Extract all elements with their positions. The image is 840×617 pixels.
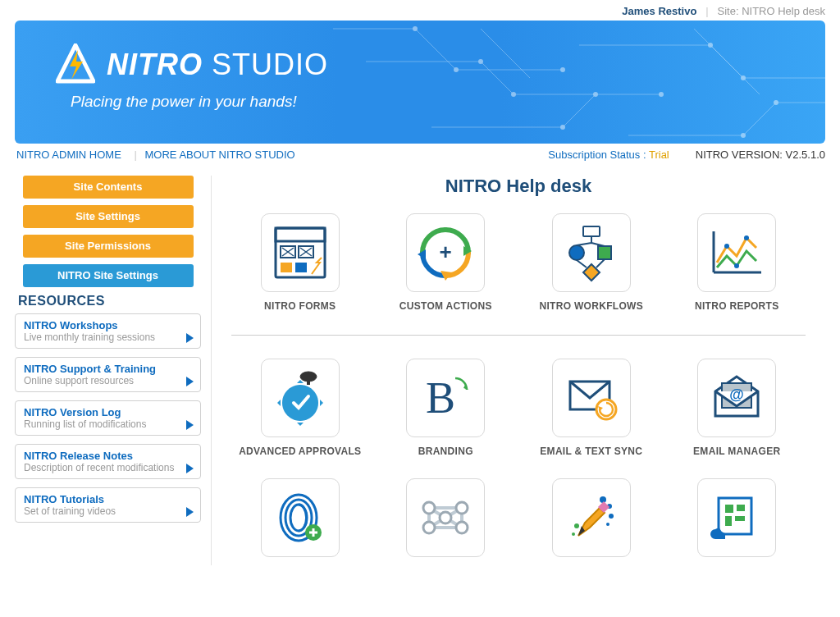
blueprint-icon <box>697 478 776 557</box>
tile-label: ADVANCED APPROVALS <box>239 446 361 457</box>
svg-point-23 <box>744 235 749 240</box>
resource-desc: Running list of modifications <box>24 418 192 430</box>
tile-nitro-workflows[interactable]: NITRO WORKFLOWS <box>540 213 643 312</box>
tile-label: EMAIL MANAGER <box>693 446 780 457</box>
resource-workshops[interactable]: NITRO Workshops Live monthly training se… <box>15 313 201 349</box>
svg-point-43 <box>609 514 614 519</box>
svg-rect-13 <box>276 228 325 241</box>
utility-row: NITRO ADMIN HOME | MORE ABOUT NITRO STUD… <box>0 144 840 176</box>
pencil-icon <box>552 478 631 557</box>
fingerprint-icon <box>261 478 340 557</box>
svg-rect-49 <box>737 505 745 511</box>
row-separator <box>231 335 806 336</box>
svg-point-41 <box>600 496 606 503</box>
tagline: Placing the power in your hands! <box>71 93 792 111</box>
svg-point-10 <box>741 133 746 138</box>
tile-email-manager[interactable]: @ EMAIL MANAGER <box>693 359 780 457</box>
subscription-label: Subscription Status : <box>548 149 646 161</box>
wordmark: NITRO STUDIO <box>107 48 328 82</box>
side-button-site-contents[interactable]: Site Contents <box>23 176 194 199</box>
svg-point-40 <box>440 512 451 523</box>
svg-point-38 <box>423 522 435 533</box>
nodes-icon <box>406 478 485 557</box>
tile-nitro-reports[interactable]: NITRO REPORTS <box>695 213 779 312</box>
branding-icon: B <box>406 359 485 437</box>
svg-rect-26 <box>307 377 310 385</box>
workflows-icon <box>552 213 631 292</box>
version-label: NITRO VERSION: <box>696 149 783 161</box>
svg-rect-48 <box>725 505 733 513</box>
svg-text:+: + <box>440 240 452 264</box>
svg-point-22 <box>724 244 729 249</box>
resource-title: NITRO Version Log <box>24 406 192 418</box>
version-info: NITRO VERSION: V2.5.1.0 <box>696 149 825 161</box>
resource-title: NITRO Tutorials <box>24 493 192 505</box>
tile-label: NITRO REPORTS <box>695 300 779 312</box>
top-bar-separator: | <box>700 5 714 17</box>
nitro-admin-home-link[interactable]: NITRO ADMIN HOME <box>16 149 121 161</box>
tile-label: EMAIL & TEXT SYNC <box>540 446 642 457</box>
play-icon <box>186 507 194 517</box>
tile-nitro-forms[interactable]: NITRO FORMS <box>261 213 340 312</box>
actions-icon: + <box>406 213 485 292</box>
reports-icon <box>697 213 776 292</box>
current-user-link[interactable]: James Restivo <box>622 5 696 17</box>
banner: NITRO STUDIO Placing the power in your h… <box>15 21 825 144</box>
site-name-value: NITRO Help desk <box>742 5 825 17</box>
wordmark-bold: NITRO <box>107 48 203 81</box>
svg-point-24 <box>734 263 739 268</box>
svg-point-6 <box>560 125 565 130</box>
site-label: Site: <box>717 5 738 17</box>
tile-advanced-approvals[interactable]: ADVANCED APPROVALS <box>239 359 361 457</box>
tile-label: CUSTOM ACTIONS <box>399 300 492 312</box>
resource-version-log[interactable]: NITRO Version Log Running list of modifi… <box>15 400 201 436</box>
tile-branding[interactable]: B BRANDING <box>406 359 485 457</box>
logo-row: NITRO STUDIO <box>56 43 792 86</box>
play-icon <box>186 420 194 430</box>
tile-label: BRANDING <box>406 446 485 457</box>
wordmark-rest: STUDIO <box>203 48 328 81</box>
svg-rect-17 <box>295 263 307 272</box>
svg-point-36 <box>423 502 435 514</box>
svg-rect-21 <box>598 246 611 259</box>
emailsync-icon <box>552 359 631 437</box>
nitro-logo-icon <box>56 43 95 86</box>
tile-custom-actions[interactable]: + CUSTOM ACTIONS <box>399 213 492 312</box>
play-icon <box>186 464 194 473</box>
resource-title: NITRO Release Notes <box>24 450 192 462</box>
side-button-nitro-site-settings[interactable]: NITRO Site Settings <box>23 264 194 287</box>
resource-title: NITRO Workshops <box>24 319 192 331</box>
svg-text:B: B <box>426 373 455 423</box>
more-about-link[interactable]: MORE ABOUT NITRO STUDIO <box>144 149 294 161</box>
tile-email-text-sync[interactable]: EMAIL & TEXT SYNC <box>540 359 642 457</box>
svg-rect-16 <box>281 263 292 272</box>
svg-point-39 <box>456 522 468 533</box>
side-button-site-permissions[interactable]: Site Permissions <box>23 235 194 258</box>
resource-desc: Description of recent modifications <box>24 462 192 473</box>
resources-heading: RESOURCES <box>18 294 201 308</box>
svg-text:@: @ <box>729 386 744 403</box>
page-title: NITRO Help desk <box>231 176 806 197</box>
tile-fingerprint[interactable] <box>261 478 340 565</box>
utility-left: NITRO ADMIN HOME | MORE ABOUT NITRO STUD… <box>16 149 300 161</box>
svg-point-45 <box>574 523 579 528</box>
subscription-status: Subscription Status : Trial <box>548 149 669 161</box>
forms-icon <box>261 213 340 292</box>
resource-desc: Online support resources <box>24 375 192 386</box>
resource-release-notes[interactable]: NITRO Release Notes Description of recen… <box>15 444 201 479</box>
tile-blueprint[interactable] <box>697 478 776 565</box>
tile-grid: NITRO FORMS + CUSTOM ACTIONS NITRO WORKF… <box>231 213 806 565</box>
content: NITRO Help desk NITRO FORMS + CUSTOM ACT… <box>212 176 825 565</box>
utility-right: Subscription Status : Trial NITRO VERSIO… <box>548 149 825 161</box>
resource-desc: Live monthly training sessions <box>24 331 192 343</box>
resource-support-training[interactable]: NITRO Support & Training Online support … <box>15 357 201 392</box>
side-button-site-settings[interactable]: Site Settings <box>23 205 194 228</box>
play-icon <box>186 377 194 386</box>
tile-nodes[interactable] <box>406 478 485 565</box>
approvals-icon <box>261 359 340 437</box>
resource-title: NITRO Support & Training <box>24 363 192 375</box>
resource-tutorials[interactable]: NITRO Tutorials Set of training videos <box>15 487 201 523</box>
svg-rect-50 <box>725 516 732 526</box>
svg-point-37 <box>456 502 468 514</box>
tile-pencil[interactable] <box>552 478 631 565</box>
